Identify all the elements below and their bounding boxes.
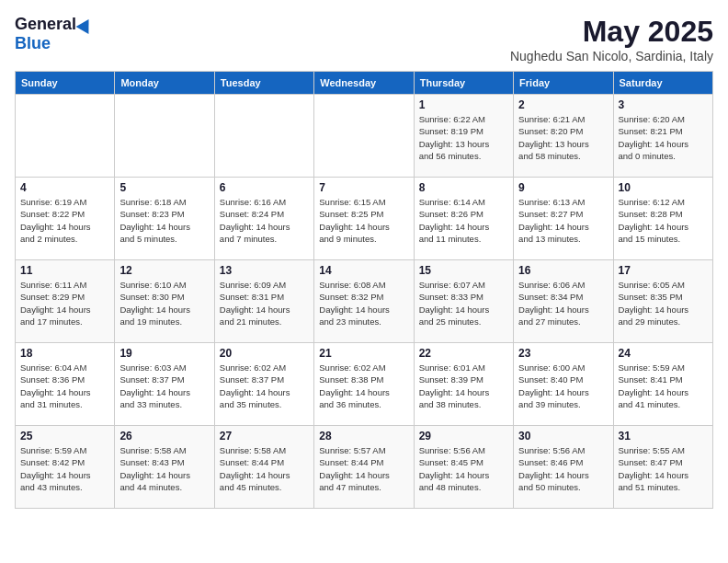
calendar-cell: 18Sunrise: 6:04 AM Sunset: 8:36 PM Dayli… — [16, 343, 115, 426]
day-info: Sunrise: 6:05 AM Sunset: 8:35 PM Dayligh… — [619, 279, 708, 327]
calendar-week-4: 18Sunrise: 6:04 AM Sunset: 8:36 PM Dayli… — [16, 343, 713, 426]
title-block: May 2025 Nughedu San Nicolo, Sardinia, I… — [510, 15, 713, 63]
calendar-cell: 5Sunrise: 6:18 AM Sunset: 8:23 PM Daylig… — [115, 178, 214, 260]
calendar-cell: 31Sunrise: 5:55 AM Sunset: 8:47 PM Dayli… — [613, 426, 712, 509]
day-number: 31 — [619, 430, 708, 442]
calendar-cell: 8Sunrise: 6:14 AM Sunset: 8:26 PM Daylig… — [414, 178, 513, 260]
month-title: May 2025 — [510, 15, 713, 49]
day-info: Sunrise: 5:58 AM Sunset: 8:44 PM Dayligh… — [220, 444, 309, 493]
day-info: Sunrise: 5:57 AM Sunset: 8:44 PM Dayligh… — [319, 444, 408, 493]
calendar-cell: 7Sunrise: 6:15 AM Sunset: 8:25 PM Daylig… — [314, 178, 414, 260]
calendar-week-1: 1Sunrise: 6:22 AM Sunset: 8:19 PM Daylig… — [16, 95, 713, 178]
calendar-cell — [214, 95, 313, 178]
day-number: 8 — [419, 181, 508, 194]
day-info: Sunrise: 6:12 AM Sunset: 8:28 PM Dayligh… — [619, 196, 708, 245]
logo-triangle-icon — [76, 15, 96, 33]
day-info: Sunrise: 6:20 AM Sunset: 8:21 PM Dayligh… — [619, 113, 708, 162]
day-number: 5 — [119, 181, 209, 194]
day-info: Sunrise: 5:59 AM Sunset: 8:41 PM Dayligh… — [619, 362, 708, 410]
weekday-header-friday: Friday — [514, 72, 613, 95]
day-info: Sunrise: 6:16 AM Sunset: 8:24 PM Dayligh… — [220, 196, 309, 245]
day-number: 22 — [419, 347, 508, 360]
day-info: Sunrise: 6:21 AM Sunset: 8:20 PM Dayligh… — [518, 113, 608, 162]
calendar-week-3: 11Sunrise: 6:11 AM Sunset: 8:29 PM Dayli… — [16, 260, 713, 343]
day-info: Sunrise: 5:58 AM Sunset: 8:43 PM Dayligh… — [119, 444, 209, 493]
calendar-cell: 30Sunrise: 5:56 AM Sunset: 8:46 PM Dayli… — [514, 426, 613, 509]
calendar-week-5: 25Sunrise: 5:59 AM Sunset: 8:42 PM Dayli… — [16, 426, 713, 509]
day-info: Sunrise: 6:04 AM Sunset: 8:36 PM Dayligh… — [20, 362, 109, 410]
day-number: 6 — [220, 181, 309, 194]
calendar-cell: 15Sunrise: 6:07 AM Sunset: 8:33 PM Dayli… — [414, 260, 513, 343]
weekday-header-wednesday: Wednesday — [314, 72, 414, 95]
day-number: 12 — [119, 264, 209, 277]
calendar-cell: 28Sunrise: 5:57 AM Sunset: 8:44 PM Dayli… — [314, 426, 414, 509]
day-info: Sunrise: 6:07 AM Sunset: 8:33 PM Dayligh… — [419, 279, 508, 327]
calendar-cell: 19Sunrise: 6:03 AM Sunset: 8:37 PM Dayli… — [115, 343, 214, 426]
day-number: 23 — [518, 347, 608, 360]
day-info: Sunrise: 5:56 AM Sunset: 8:45 PM Dayligh… — [419, 444, 508, 493]
day-number: 30 — [518, 430, 608, 442]
day-info: Sunrise: 6:10 AM Sunset: 8:30 PM Dayligh… — [119, 279, 209, 327]
day-number: 10 — [619, 181, 708, 194]
day-number: 16 — [518, 264, 608, 277]
logo: General Blue — [15, 15, 93, 53]
calendar-cell: 27Sunrise: 5:58 AM Sunset: 8:44 PM Dayli… — [214, 426, 313, 509]
day-number: 21 — [319, 347, 408, 360]
day-number: 24 — [619, 347, 708, 360]
weekday-header-saturday: Saturday — [613, 72, 712, 95]
location-title: Nughedu San Nicolo, Sardinia, Italy — [510, 49, 713, 63]
day-info: Sunrise: 5:59 AM Sunset: 8:42 PM Dayligh… — [20, 444, 109, 493]
calendar-cell: 29Sunrise: 5:56 AM Sunset: 8:45 PM Dayli… — [414, 426, 513, 509]
day-info: Sunrise: 6:22 AM Sunset: 8:19 PM Dayligh… — [419, 113, 508, 162]
weekday-row: SundayMondayTuesdayWednesdayThursdayFrid… — [16, 72, 713, 95]
calendar-cell: 11Sunrise: 6:11 AM Sunset: 8:29 PM Dayli… — [16, 260, 115, 343]
day-number: 29 — [419, 430, 508, 442]
day-number: 9 — [518, 181, 608, 194]
calendar-cell: 13Sunrise: 6:09 AM Sunset: 8:31 PM Dayli… — [214, 260, 313, 343]
day-info: Sunrise: 6:15 AM Sunset: 8:25 PM Dayligh… — [319, 196, 408, 245]
day-number: 13 — [220, 264, 309, 277]
weekday-header-thursday: Thursday — [414, 72, 513, 95]
calendar-cell: 23Sunrise: 6:00 AM Sunset: 8:40 PM Dayli… — [514, 343, 613, 426]
day-info: Sunrise: 5:56 AM Sunset: 8:46 PM Dayligh… — [518, 444, 608, 493]
day-number: 19 — [119, 347, 209, 360]
calendar-cell: 6Sunrise: 6:16 AM Sunset: 8:24 PM Daylig… — [214, 178, 313, 260]
day-number: 2 — [518, 98, 608, 111]
calendar-cell: 4Sunrise: 6:19 AM Sunset: 8:22 PM Daylig… — [16, 178, 115, 260]
day-number: 28 — [319, 430, 408, 442]
page-header: General Blue May 2025 Nughedu San Nicolo… — [15, 15, 713, 63]
calendar-cell: 10Sunrise: 6:12 AM Sunset: 8:28 PM Dayli… — [613, 178, 712, 260]
day-number: 18 — [20, 347, 109, 360]
day-info: Sunrise: 6:11 AM Sunset: 8:29 PM Dayligh… — [20, 279, 109, 327]
day-number: 17 — [619, 264, 708, 277]
calendar-cell: 16Sunrise: 6:06 AM Sunset: 8:34 PM Dayli… — [514, 260, 613, 343]
day-number: 20 — [220, 347, 309, 360]
calendar-week-2: 4Sunrise: 6:19 AM Sunset: 8:22 PM Daylig… — [16, 178, 713, 260]
calendar-cell: 20Sunrise: 6:02 AM Sunset: 8:37 PM Dayli… — [214, 343, 313, 426]
calendar-cell: 14Sunrise: 6:08 AM Sunset: 8:32 PM Dayli… — [314, 260, 414, 343]
logo-blue-text: Blue — [15, 34, 51, 53]
day-number: 4 — [20, 181, 109, 194]
calendar-cell — [115, 95, 214, 178]
calendar-cell: 17Sunrise: 6:05 AM Sunset: 8:35 PM Dayli… — [613, 260, 712, 343]
day-info: Sunrise: 6:13 AM Sunset: 8:27 PM Dayligh… — [518, 196, 608, 245]
day-info: Sunrise: 6:02 AM Sunset: 8:38 PM Dayligh… — [319, 362, 408, 410]
calendar-cell — [314, 95, 414, 178]
calendar-body: 1Sunrise: 6:22 AM Sunset: 8:19 PM Daylig… — [16, 95, 713, 509]
day-number: 7 — [319, 181, 408, 194]
day-info: Sunrise: 5:55 AM Sunset: 8:47 PM Dayligh… — [619, 444, 708, 493]
calendar-cell: 25Sunrise: 5:59 AM Sunset: 8:42 PM Dayli… — [16, 426, 115, 509]
calendar-cell: 1Sunrise: 6:22 AM Sunset: 8:19 PM Daylig… — [414, 95, 513, 178]
day-info: Sunrise: 6:00 AM Sunset: 8:40 PM Dayligh… — [518, 362, 608, 410]
calendar-cell: 3Sunrise: 6:20 AM Sunset: 8:21 PM Daylig… — [613, 95, 712, 178]
day-number: 25 — [20, 430, 109, 442]
weekday-header-sunday: Sunday — [16, 72, 115, 95]
calendar-cell: 21Sunrise: 6:02 AM Sunset: 8:38 PM Dayli… — [314, 343, 414, 426]
calendar-table: SundayMondayTuesdayWednesdayThursdayFrid… — [15, 71, 713, 509]
calendar-cell: 12Sunrise: 6:10 AM Sunset: 8:30 PM Dayli… — [115, 260, 214, 343]
logo-general-text: General — [15, 15, 76, 34]
calendar-cell: 26Sunrise: 5:58 AM Sunset: 8:43 PM Dayli… — [115, 426, 214, 509]
day-info: Sunrise: 6:19 AM Sunset: 8:22 PM Dayligh… — [20, 196, 109, 245]
weekday-header-monday: Monday — [115, 72, 214, 95]
day-info: Sunrise: 6:09 AM Sunset: 8:31 PM Dayligh… — [220, 279, 309, 327]
